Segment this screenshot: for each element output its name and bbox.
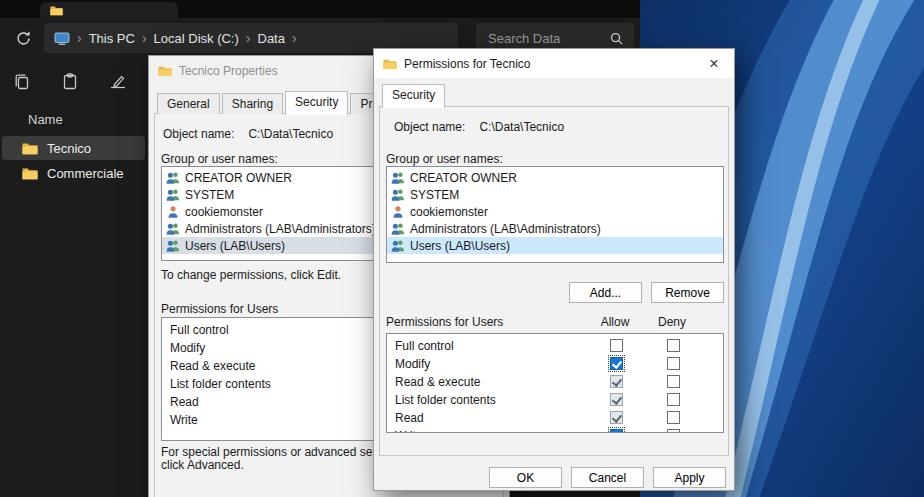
close-button[interactable]: × (694, 49, 734, 78)
group-icon (166, 222, 180, 235)
group-name: Users (LAB\Users) (410, 239, 510, 253)
file-name: Tecnico (47, 141, 91, 156)
permission-row[interactable]: Read (387, 409, 723, 427)
allow-checkbox[interactable] (610, 393, 623, 406)
tab[interactable]: Security (285, 91, 348, 115)
permissions-dialog: Permissions for Tecnico × Security Objec… (373, 48, 735, 491)
permission-name: Read & execute (170, 359, 255, 373)
permission-name: List folder contents (387, 393, 496, 407)
search-icon (609, 31, 624, 46)
cancel-button[interactable]: Cancel (571, 467, 644, 488)
group-name: cookiemonster (410, 205, 488, 219)
group-icon (391, 239, 405, 252)
deny-checkbox[interactable] (667, 411, 680, 424)
breadcrumb-item[interactable]: › Local Disk (C:) (142, 31, 239, 46)
group-row[interactable]: SYSTEM (387, 186, 723, 203)
group-name: CREATOR OWNER (410, 171, 517, 185)
group-row[interactable]: Users (LAB\Users) (387, 237, 723, 254)
permission-name: Modify (170, 341, 205, 355)
group-icon (391, 171, 405, 184)
object-name-label: Object name: (163, 127, 234, 141)
explorer-tab[interactable] (40, 2, 178, 18)
folder-icon (50, 5, 63, 16)
group-name: Users (LAB\Users) (185, 239, 285, 253)
folder-icon (383, 58, 397, 70)
dialog-title: Permissions for Tecnico (404, 57, 531, 71)
rename-button[interactable] (104, 67, 132, 95)
tab[interactable]: Sharing (222, 93, 283, 114)
chevron-right-icon: › (246, 31, 251, 45)
allow-column-header: Allow (586, 315, 644, 329)
permissions-listbox[interactable]: Full control Modify Read & execute List … (386, 333, 724, 433)
chevron-right-icon[interactable]: › (292, 31, 297, 45)
tab-label: Security (295, 95, 338, 109)
copy-button[interactable] (8, 67, 36, 95)
group-row[interactable]: Administrators (LAB\Administrators) (387, 220, 723, 237)
advanced-hint-line1: For special permissions or advanced sett… (161, 445, 395, 459)
group-name: cookiemonster (185, 205, 263, 219)
deny-checkbox[interactable] (667, 357, 680, 370)
tab-label: Security (392, 88, 435, 102)
group-icon (391, 188, 405, 201)
file-row[interactable]: Commerciale (2, 161, 145, 185)
copy-icon (13, 72, 31, 90)
tab-security[interactable]: Security (382, 84, 445, 108)
allow-checkbox[interactable] (610, 339, 623, 352)
group-name: SYSTEM (185, 188, 234, 202)
group-listbox[interactable]: CREATOR OWNER SYSTEM (386, 166, 724, 263)
permission-row[interactable]: Modify (387, 355, 723, 373)
allow-checkbox[interactable] (610, 429, 623, 433)
permissions-label: Permissions for Users (161, 302, 278, 316)
allow-checkbox[interactable] (610, 411, 623, 424)
refresh-icon (15, 30, 32, 47)
allow-checkbox[interactable] (610, 375, 623, 388)
permissions-tab-strip: Security (382, 84, 447, 108)
paste-button[interactable] (56, 67, 84, 95)
breadcrumb: › This PC › Local Disk (C:) › Data (77, 31, 285, 46)
deny-column-header: Deny (643, 315, 701, 329)
tab-label: General (167, 97, 210, 111)
folder-icon (22, 167, 38, 180)
search-input[interactable] (486, 30, 609, 47)
deny-checkbox[interactable] (667, 429, 680, 433)
deny-checkbox[interactable] (667, 375, 680, 388)
deny-checkbox[interactable] (667, 393, 680, 406)
permission-row[interactable]: List folder contents (387, 391, 723, 409)
user-icon (166, 205, 180, 218)
this-pc-icon (54, 31, 70, 46)
breadcrumb-item[interactable]: › This PC (77, 31, 135, 46)
folder-icon (158, 65, 172, 77)
group-row[interactable]: CREATOR OWNER (387, 169, 723, 186)
explorer-tab-bar (0, 0, 640, 18)
file-row[interactable]: Tecnico (2, 136, 145, 160)
apply-button[interactable]: Apply (653, 467, 726, 488)
groups-label: Group or user names: (161, 152, 278, 166)
group-row[interactable]: cookiemonster (387, 203, 723, 220)
object-name-value: C:\Data\Tecnico (479, 120, 564, 134)
permissions-dialog-titlebar[interactable]: Permissions for Tecnico × (374, 49, 734, 78)
group-name: Administrators (LAB\Administrators) (185, 222, 376, 236)
breadcrumb-item[interactable]: › Data (246, 31, 285, 46)
remove-button[interactable]: Remove (651, 282, 724, 303)
permission-row[interactable]: Write (387, 427, 723, 433)
tab[interactable]: General (157, 93, 220, 114)
group-icon (166, 188, 180, 201)
group-icon (166, 239, 180, 252)
group-icon (166, 171, 180, 184)
group-name: Administrators (LAB\Administrators) (410, 222, 601, 236)
allow-checkbox[interactable] (610, 357, 623, 370)
add-button[interactable]: Add... (569, 282, 642, 303)
permission-name: Modify (387, 357, 430, 371)
permission-name: Read (387, 411, 424, 425)
deny-checkbox[interactable] (667, 339, 680, 352)
group-name: CREATOR OWNER (185, 171, 292, 185)
permission-name: Full control (387, 339, 454, 353)
permission-name: Full control (170, 323, 229, 337)
groups-label: Group or user names: (386, 152, 503, 166)
group-name: SYSTEM (410, 188, 459, 202)
file-name: Commerciale (47, 166, 124, 181)
refresh-button[interactable] (10, 25, 36, 51)
permission-row[interactable]: Full control (387, 337, 723, 355)
ok-button[interactable]: OK (489, 467, 562, 488)
permission-row[interactable]: Read & execute (387, 373, 723, 391)
